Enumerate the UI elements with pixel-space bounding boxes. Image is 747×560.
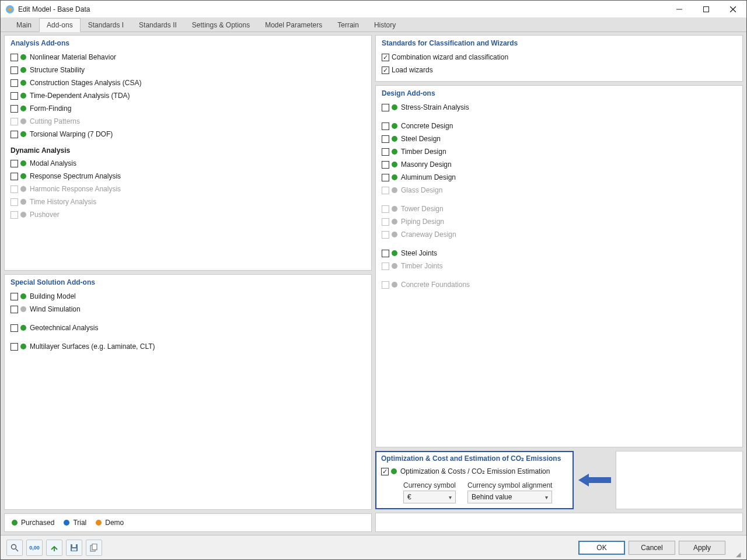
checkbox-row: Cutting Patterns — [11, 115, 365, 128]
checkbox-icon[interactable] — [11, 131, 18, 138]
checkbox-icon[interactable] — [381, 468, 389, 475]
maximize-button[interactable] — [693, 1, 720, 18]
button-label: OK — [596, 544, 606, 552]
svg-rect-3 — [704, 6, 709, 12]
item-label: Time History Analysis — [30, 198, 96, 206]
currency-align-select[interactable]: Behind value ▾ — [467, 491, 552, 503]
status-dot-icon — [20, 199, 26, 205]
units-button[interactable]: 0,00 — [26, 540, 43, 556]
checkbox-row[interactable]: Structure Stability — [11, 64, 365, 76]
checkbox-row[interactable]: Construction Stages Analysis (CSA) — [11, 76, 365, 89]
checkbox-row[interactable]: Multilayer Surfaces (e.g. Laminate, CLT) — [11, 340, 365, 353]
close-button[interactable] — [720, 1, 746, 18]
legend-dot-demo-icon — [96, 520, 102, 526]
checkbox-icon[interactable] — [382, 104, 389, 111]
checkbox-icon — [11, 118, 18, 125]
checkbox-icon[interactable] — [382, 135, 389, 143]
checkbox-icon[interactable] — [11, 66, 18, 74]
checkbox-icon[interactable] — [11, 79, 18, 87]
checkbox-row[interactable]: Masonry Design — [382, 158, 736, 171]
item-label: Form-Finding — [30, 104, 71, 113]
titlebar: Edit Model - Base Data — [1, 1, 746, 18]
status-dot-icon — [20, 80, 26, 86]
checkbox-row[interactable]: Aluminum Design — [382, 171, 736, 184]
checkbox-icon[interactable] — [382, 54, 389, 61]
status-dot-icon — [392, 219, 397, 225]
tab-terrain[interactable]: Terrain — [330, 18, 366, 32]
select-value: Behind value — [472, 493, 512, 501]
checkbox-row[interactable]: Timber Design — [382, 145, 736, 158]
checkbox-icon — [11, 211, 18, 219]
checkbox-row: Piping Design — [382, 215, 736, 228]
checkbox-icon[interactable] — [382, 174, 389, 181]
checkbox-icon[interactable] — [382, 66, 389, 74]
checkbox-icon[interactable] — [382, 161, 389, 169]
button-label: Apply — [693, 544, 711, 552]
legend-demo: Demo — [105, 519, 124, 527]
tab-standards-ii[interactable]: Standards II — [131, 18, 184, 32]
checkbox-row[interactable]: Load wizards — [382, 64, 736, 76]
checkbox-row[interactable]: Torsional Warping (7 DOF) — [11, 128, 365, 141]
checkbox-row[interactable]: Stress-Strain Analysis — [382, 101, 736, 114]
checkbox-row[interactable]: Wind Simulation — [11, 303, 365, 316]
checkbox-row[interactable]: Steel Joints — [382, 247, 736, 260]
panel-optimization-wrap: Optimization & Cost and Estimation of CO… — [375, 451, 743, 509]
checkbox-row[interactable]: Time-Dependent Analysis (TDA) — [11, 89, 365, 102]
svg-rect-12 — [72, 548, 76, 551]
checkbox-icon[interactable] — [382, 250, 389, 257]
tab-history[interactable]: History — [366, 18, 403, 32]
checkbox-row: Tower Design — [382, 202, 736, 215]
svg-point-1 — [8, 8, 12, 11]
checkbox-row: Concrete Foundations — [382, 278, 736, 291]
app-icon — [5, 5, 15, 14]
checkbox-row-optimization[interactable]: Optimization & Costs / CO₂ Emission Esti… — [381, 465, 568, 478]
status-dot-icon — [20, 131, 26, 137]
currency-align-label: Currency symbol alignment — [467, 481, 552, 489]
status-dot-icon — [392, 174, 397, 180]
search-button[interactable] — [6, 540, 23, 556]
checkbox-row[interactable]: Form-Finding — [11, 102, 365, 115]
checkbox-icon[interactable] — [11, 324, 18, 332]
minimize-button[interactable] — [666, 1, 693, 18]
panel-title: Standards for Classification and Wizards — [382, 39, 736, 47]
checkbox-icon[interactable] — [11, 293, 18, 300]
status-dot-icon — [392, 206, 397, 212]
checkbox-icon[interactable] — [11, 105, 18, 113]
tab-model-parameters[interactable]: Model Parameters — [257, 18, 330, 32]
checkbox-row[interactable]: Response Spectrum Analysis — [11, 170, 365, 183]
tab-settings-options[interactable]: Settings & Options — [184, 18, 257, 32]
checkbox-row[interactable]: Nonlinear Material Behavior — [11, 51, 365, 64]
checkbox-icon[interactable] — [11, 92, 18, 100]
checkbox-icon[interactable] — [382, 123, 389, 130]
checkbox-row[interactable]: Concrete Design — [382, 120, 736, 132]
checkbox-icon[interactable] — [11, 54, 18, 61]
resize-grip-icon[interactable]: ◢ — [736, 551, 741, 558]
checkbox-row[interactable]: Modal Analysis — [11, 157, 365, 170]
checkbox-row[interactable]: Geotechnical Analysis — [11, 321, 365, 334]
tab-main[interactable]: Main — [9, 18, 39, 32]
status-dot-icon — [392, 149, 397, 155]
item-label: Masonry Design — [401, 160, 452, 169]
checkbox-icon[interactable] — [11, 343, 18, 351]
item-label: Building Model — [30, 292, 76, 300]
checkbox-icon[interactable] — [382, 148, 389, 156]
apply-button[interactable]: Apply — [679, 541, 725, 555]
ok-button[interactable]: OK — [578, 541, 625, 555]
save-button[interactable] — [66, 540, 82, 556]
currency-symbol-select[interactable]: € ▾ — [403, 491, 456, 503]
panel-title: Special Solution Add-ons — [11, 278, 365, 286]
checkbox-icon[interactable] — [11, 160, 18, 167]
cancel-button[interactable]: Cancel — [629, 541, 675, 555]
checkbox-icon[interactable] — [11, 173, 18, 180]
status-dot-icon — [20, 54, 26, 60]
copy-button[interactable] — [86, 540, 102, 556]
panel-design-addons: Design Add-ons Stress-Strain AnalysisCon… — [375, 85, 743, 447]
button-label: Cancel — [641, 544, 662, 552]
checkbox-icon[interactable] — [11, 306, 18, 313]
tab-add-ons[interactable]: Add-ons — [39, 18, 81, 32]
checkbox-row[interactable]: Combination wizard and classification — [382, 51, 736, 64]
tab-standards-i[interactable]: Standards I — [81, 18, 131, 32]
checkbox-row[interactable]: Steel Design — [382, 132, 736, 145]
import-button[interactable] — [46, 540, 62, 556]
checkbox-row[interactable]: Building Model — [11, 290, 365, 303]
